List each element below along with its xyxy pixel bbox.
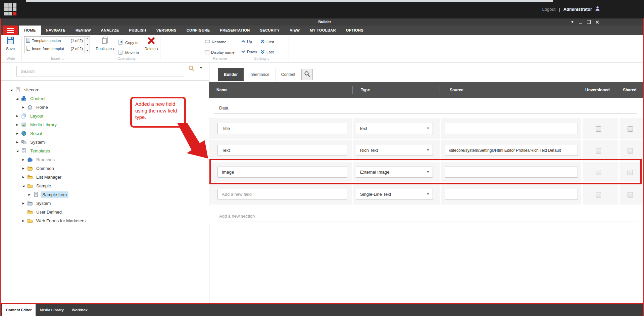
tree-item-list-manager[interactable]: ▶List Manager [21, 173, 63, 181]
tree-item-label[interactable]: User Defined [35, 209, 63, 215]
shared-checkbox[interactable] [628, 148, 633, 153]
panel-splitter[interactable] [209, 62, 209, 303]
unversioned-checkbox[interactable] [596, 148, 601, 153]
scroll-last-icon[interactable]: ▼ [86, 49, 89, 52]
field-source-input[interactable] [445, 123, 578, 134]
tree-item-home[interactable]: ▶Home [21, 103, 50, 111]
statusbar-tab-workbox[interactable]: Workbox [68, 304, 92, 316]
tree-item-sitecore[interactable]: ◢sitecore [9, 86, 41, 93]
window-dropdown-icon[interactable]: ▼ [571, 20, 574, 24]
tree-item-system[interactable]: ▶System [15, 138, 46, 146]
delete-button[interactable]: Delete ▾ [142, 36, 160, 51]
sort-last-button[interactable]: Last [260, 50, 274, 54]
tree-expander-icon[interactable]: ▶ [15, 141, 19, 144]
tree-item-label[interactable]: Templates [29, 148, 52, 154]
insert-listbox-scroller[interactable]: ▲ ▼ ▼ [85, 36, 90, 53]
shared-checkbox[interactable] [628, 170, 633, 175]
insert-option-from-template[interactable]: Insert from templat (2 of 2) [24, 45, 85, 53]
ribbon-tab-publish[interactable]: PUBLISH [124, 26, 151, 35]
tree-item-label[interactable]: Home [35, 104, 50, 110]
field-name-input[interactable] [217, 167, 347, 178]
tree-item-label[interactable]: Social [29, 130, 44, 137]
scroll-down-icon[interactable]: ▼ [86, 43, 89, 46]
tree-expander-icon[interactable]: ▶ [28, 193, 31, 196]
ribbon-tab-navigate[interactable]: NAVIGATE [41, 26, 70, 35]
editor-tab-inheritance[interactable]: Inheritance [244, 68, 275, 81]
insert-option-template-section[interactable]: Template section (1 of 2) [24, 37, 85, 45]
unversioned-checkbox[interactable] [596, 170, 601, 175]
tree-item-content[interactable]: ◢Content [15, 95, 47, 102]
copy-to-button[interactable]: Copy to [118, 40, 139, 46]
unversioned-checkbox[interactable] [596, 126, 601, 132]
tree-item-label[interactable]: Sample [35, 183, 53, 189]
search-input[interactable] [16, 66, 184, 77]
shared-checkbox[interactable] [628, 192, 633, 197]
sort-down-button[interactable]: Down [241, 50, 257, 54]
logout-link[interactable]: Logout [542, 7, 556, 12]
ribbon-tab-home[interactable]: HOME [19, 26, 41, 35]
add-section-input[interactable] [214, 210, 637, 222]
field-type-select[interactable]: Single-Line Text▼ [356, 189, 433, 200]
unversioned-checkbox[interactable] [596, 192, 601, 197]
statusbar-tab-content-editor[interactable]: Content Editor [2, 304, 36, 316]
field-source-input[interactable] [445, 145, 578, 156]
ribbon-tab-review[interactable]: REVIEW [70, 26, 96, 35]
tree-item-label[interactable]: Branches [35, 156, 56, 163]
ribbon-tab-versions[interactable]: VERSIONS [151, 26, 182, 35]
field-type-select[interactable]: text▼ [356, 123, 433, 134]
sitecore-logo-icon[interactable] [4, 3, 16, 15]
tree-item-media-library[interactable]: ▶Media Library [15, 121, 58, 128]
tree-expander-icon[interactable]: ▶ [15, 132, 19, 135]
tree-item-sample[interactable]: ◢Sample [21, 182, 53, 189]
tree-item-label[interactable]: List Manager [35, 174, 63, 180]
tree-item-label[interactable]: Media Library [29, 122, 58, 128]
tree-item-label[interactable]: Layout [29, 113, 45, 119]
close-icon[interactable]: ✕ [595, 20, 599, 25]
tree-item-label[interactable]: System [35, 200, 52, 207]
tree-item-label[interactable]: Sample Item [41, 191, 68, 198]
ribbon-tab-security[interactable]: SECURITY [255, 26, 285, 35]
menu-hamburger-button[interactable] [3, 26, 18, 35]
save-button[interactable]: Save [2, 36, 19, 51]
tree-item-common[interactable]: ▶Common [21, 165, 56, 172]
ribbon-tab-analyze[interactable]: ANALYZE [96, 26, 124, 35]
field-type-select[interactable]: External Image▼ [356, 167, 433, 178]
field-name-input[interactable] [217, 145, 347, 156]
tree-item-layout[interactable]: ▶Layout [15, 112, 45, 120]
rename-button[interactable]: Rename [205, 40, 226, 44]
tree-expander-icon[interactable]: ◢ [21, 184, 25, 187]
ribbon-tab-view[interactable]: VIEW [285, 26, 305, 35]
minimize-icon[interactable] [579, 23, 582, 24]
tree-item-social[interactable]: ▶Social [15, 130, 44, 137]
statusbar-tab-media-library[interactable]: Media Library [36, 304, 68, 316]
panel-search-button[interactable] [301, 69, 313, 80]
search-icon[interactable] [188, 65, 195, 74]
field-source-input[interactable] [445, 167, 578, 178]
field-name-input[interactable] [217, 189, 347, 200]
tree-expander-icon[interactable]: ◢ [15, 149, 19, 152]
display-name-button[interactable]: Display name [205, 50, 235, 55]
tree-expander-icon[interactable]: ▶ [21, 158, 25, 161]
ribbon-tab-options[interactable]: OPTIONS [341, 26, 368, 35]
field-source-input[interactable] [445, 189, 578, 200]
tree-expander-icon[interactable]: ▶ [21, 167, 25, 170]
tree-expander-icon[interactable]: ◢ [9, 88, 13, 91]
maximize-icon[interactable] [587, 20, 591, 24]
sort-up-button[interactable]: Up [241, 40, 252, 44]
tree-expander-icon[interactable]: ▶ [15, 123, 19, 126]
sort-first-button[interactable]: First [260, 40, 274, 44]
move-to-button[interactable]: Move to [118, 50, 139, 56]
tree-item-user-defined[interactable]: User Defined [21, 208, 63, 216]
tree-expander-icon[interactable]: ◢ [15, 97, 19, 100]
tree-item-label[interactable]: sitecore [22, 87, 41, 93]
tree-item-web-forms-for-marketers[interactable]: ▶Web Forms for Marketers [21, 217, 87, 224]
current-user-label[interactable]: Administrator [563, 7, 592, 12]
ribbon-tab-configure[interactable]: CONFIGURE [182, 26, 215, 35]
tree-expander-icon[interactable]: ▶ [21, 176, 25, 179]
tree-expander-icon[interactable]: ▶ [21, 106, 25, 109]
dialog-launcher-icon[interactable]: ↘ [61, 57, 64, 60]
tree-item-label[interactable]: System [29, 139, 46, 145]
tree-item-sample-item[interactable]: ▶Sample Item [28, 191, 68, 198]
tree-expander-icon[interactable]: ▶ [21, 202, 25, 205]
editor-tab-content[interactable]: Content [276, 68, 301, 81]
